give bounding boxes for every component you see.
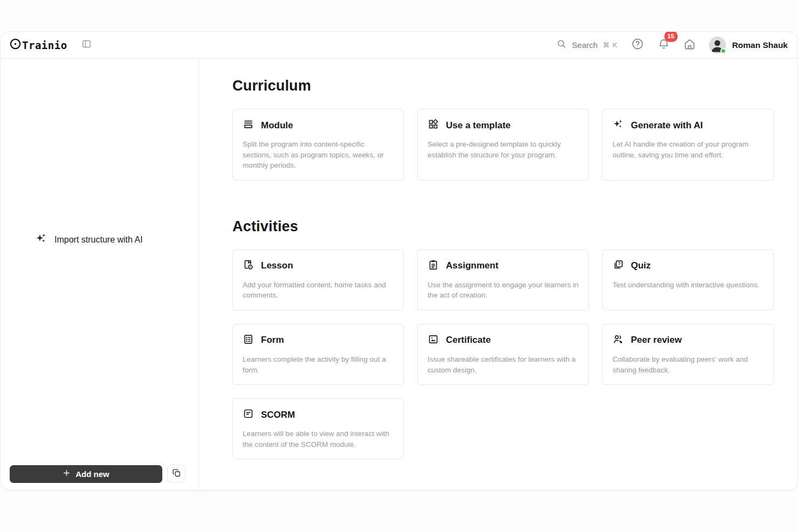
sidebar-bottom-actions: Add new: [10, 465, 185, 483]
card-description: Learners complete the activity by fillin…: [243, 354, 394, 375]
online-status-dot: [720, 48, 726, 54]
home-icon: [683, 38, 696, 53]
card-title: Peer review: [631, 335, 682, 346]
card-peer-review[interactable]: Peer review Collaborate by evaluating pe…: [602, 324, 774, 385]
ai-sparkles-icon: [35, 232, 47, 247]
card-title-row: Module: [243, 119, 394, 132]
card-title-row: ? Quiz: [613, 259, 763, 273]
card-generate-ai[interactable]: Generate with AI Let AI handle the creat…: [602, 109, 774, 181]
body-row: Import structure with AI Add new: [1, 59, 797, 490]
help-button[interactable]: [631, 37, 644, 53]
quiz-question-icon: ?: [613, 259, 624, 273]
card-title-row: Lesson: [243, 259, 394, 273]
help-question-icon: [631, 37, 644, 53]
card-title: Generate with AI: [631, 120, 703, 131]
add-new-button[interactable]: Add new: [10, 465, 162, 483]
card-title: Certificate: [446, 335, 491, 346]
add-new-label: Add new: [75, 469, 109, 479]
section-curriculum: Curriculum Module Split t: [232, 78, 773, 181]
panel-toggle-icon: [81, 39, 92, 51]
main-content: Curriculum Module Split t: [199, 59, 797, 490]
search-trigger[interactable]: Search ⌘ K: [556, 39, 618, 51]
import-structure-ai-button[interactable]: Import structure with AI: [35, 232, 143, 247]
card-description: Select a pre-designed template to quickl…: [428, 139, 579, 160]
card-title: SCORM: [261, 410, 295, 420]
card-title-row: Peer review: [613, 334, 763, 347]
copy-icon: [172, 468, 181, 479]
card-title: Use a template: [446, 120, 511, 131]
user-menu[interactable]: Roman Shauk: [709, 37, 788, 53]
card-title: Lesson: [261, 260, 293, 271]
card-description: Collaborate by evaluating peers' work an…: [613, 354, 763, 375]
card-description: Use the assignment to engage your learne…: [428, 280, 579, 301]
card-title: Assignment: [446, 260, 498, 271]
activities-cards-grid: Lesson Add your formatted content, home …: [232, 250, 773, 460]
section-activities: Activities L: [232, 218, 773, 460]
ai-sparkles-icon: [613, 119, 624, 132]
avatar: [709, 37, 726, 53]
template-blocks-icon: [428, 119, 439, 132]
logo-circle-dot-icon: [9, 38, 22, 52]
card-module[interactable]: Module Split the program into content-sp…: [232, 109, 404, 181]
logo-text: Trainio: [22, 39, 67, 51]
card-certificate[interactable]: Certificate Issue shareable certificates…: [417, 324, 589, 385]
card-form[interactable]: Form Learners complete the activity by f…: [232, 324, 404, 385]
card-title: Module: [261, 120, 293, 131]
peer-review-people-icon: [613, 334, 624, 347]
card-title-row: Certificate: [428, 334, 579, 347]
module-rows-icon: [243, 119, 254, 132]
card-title-row: Assignment: [428, 259, 579, 273]
card-description: Split the program into content-specific …: [243, 139, 394, 171]
assignment-clipboard-icon: [428, 259, 439, 273]
import-structure-ai-label: Import structure with AI: [54, 235, 143, 245]
card-lesson[interactable]: Lesson Add your formatted content, home …: [232, 250, 404, 310]
card-title-row: Generate with AI: [613, 119, 763, 132]
card-description: Issue shareable certificates for learner…: [428, 354, 579, 375]
card-description: Test understanding with interactive ques…: [613, 280, 763, 291]
svg-text:?: ?: [618, 261, 621, 266]
card-scorm[interactable]: SCORM Learners will be able to view and …: [232, 398, 404, 459]
plus-icon: [63, 469, 71, 479]
certificate-image-icon: [428, 334, 439, 347]
home-button[interactable]: [683, 38, 696, 53]
app-logo[interactable]: Trainio: [9, 38, 67, 52]
notifications-button[interactable]: 15: [657, 38, 670, 53]
curriculum-cards-grid: Module Split the program into content-sp…: [232, 109, 773, 181]
user-name: Roman Shauk: [732, 40, 788, 50]
scorm-content-icon: [243, 408, 254, 422]
search-label: Search: [572, 40, 598, 50]
search-shortcut: ⌘ K: [603, 41, 617, 49]
card-use-template[interactable]: Use a template Select a pre-designed tem…: [417, 109, 589, 181]
section-title-activities: Activities: [232, 218, 773, 235]
structure-sidebar: Import structure with AI Add new: [1, 59, 199, 490]
card-title: Quiz: [631, 260, 651, 271]
form-list-icon: [243, 334, 254, 347]
notification-count-badge: 15: [664, 31, 678, 42]
card-description: Let AI handle the creation of your progr…: [613, 139, 763, 160]
card-title-row: Form: [243, 334, 394, 347]
search-icon: [556, 39, 567, 51]
topbar-right-group: Search ⌘ K: [556, 37, 788, 53]
lesson-play-doc-icon: [243, 259, 254, 273]
card-quiz[interactable]: ? Quiz Test understanding with interacti…: [602, 250, 774, 310]
top-bar: Trainio Search ⌘ K: [1, 32, 797, 59]
duplicate-button[interactable]: [167, 465, 185, 483]
card-description: Add your formatted content, home tasks a…: [243, 280, 394, 301]
card-assignment[interactable]: Assignment Use the assignment to engage …: [417, 250, 589, 310]
card-title-row: SCORM: [243, 408, 394, 422]
card-description: Learners will be able to view and intera…: [243, 429, 394, 450]
sidebar-toggle-button[interactable]: [81, 39, 92, 51]
card-title: Form: [261, 335, 284, 346]
section-title-curriculum: Curriculum: [232, 78, 773, 94]
card-title-row: Use a template: [428, 119, 579, 132]
app-window: Trainio Search ⌘ K: [0, 31, 798, 490]
